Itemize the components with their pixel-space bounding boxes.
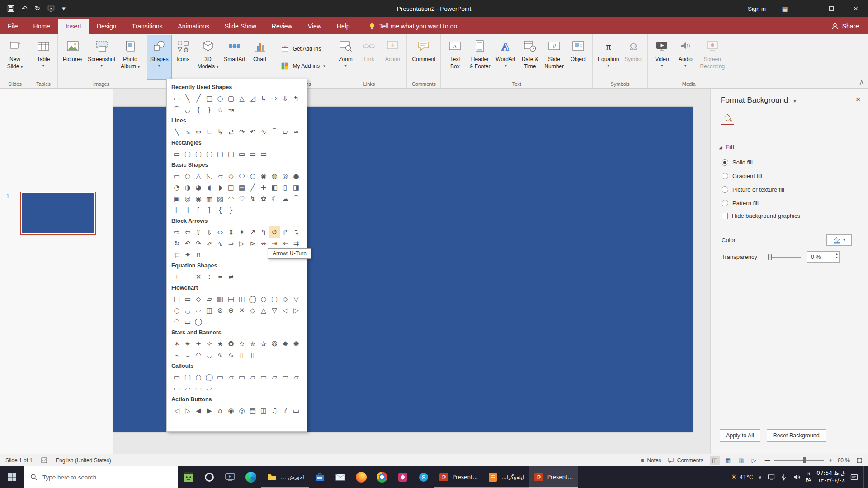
shape-cell[interactable]: ▷ [236, 238, 247, 249]
radio-icon[interactable] [722, 186, 728, 193]
taskbar-app-media-player[interactable] [220, 466, 241, 488]
taskbar-window-ppt[interactable]: PPresent... [434, 466, 483, 488]
shape-cell[interactable]: ◗ [215, 182, 226, 193]
shape-cell[interactable]: ≈ [291, 126, 302, 137]
shape-cell[interactable]: ∿ [258, 126, 269, 137]
shape-cell[interactable]: ↗ [247, 226, 258, 238]
shape-cell[interactable]: ⇨ [269, 93, 280, 104]
close-button[interactable]: ✕ [844, 0, 868, 17]
taskbar-app-store[interactable] [309, 466, 330, 488]
shape-cell[interactable]: ◉ [258, 170, 269, 182]
zoom-out-icon[interactable]: — [765, 457, 770, 464]
shape-cell[interactable]: ◯ [204, 371, 215, 383]
shape-cell[interactable]: ▤ [226, 293, 236, 305]
shape-cell[interactable]: ▣ [171, 193, 182, 204]
ribbon-button-pictures[interactable]: Pictures [60, 35, 85, 79]
shape-cell[interactable]: ◫ [236, 293, 247, 305]
shape-cell[interactable]: ○ [171, 305, 182, 316]
shape-cell[interactable]: ⇏ [258, 238, 269, 249]
tell-me-box[interactable]: Tell me what you want to do [362, 19, 464, 34]
shape-cell[interactable]: ↰ [291, 93, 302, 104]
shape-cell[interactable]: ▽ [269, 305, 280, 316]
fill-option-gradient-fill[interactable]: Gradient fill [711, 169, 868, 183]
shape-cell[interactable]: ✴ [182, 338, 193, 349]
shape-cell[interactable]: ✫ [236, 338, 247, 349]
reset-background-button[interactable]: Reset Background [767, 429, 826, 442]
spinner-icons[interactable]: ▲▼ [835, 252, 838, 260]
ribbon-button-photo-album[interactable]: PhotoAlbum ▾ [118, 35, 142, 79]
ribbon-button-link[interactable]: Link [357, 35, 381, 79]
shape-cell[interactable]: ▢ [182, 148, 193, 160]
shape-cell[interactable]: ▢ [226, 148, 236, 160]
taskbar-app-chrome[interactable] [372, 466, 392, 488]
transparency-value-field[interactable]: 0 % ▲▼ [807, 251, 840, 263]
shape-cell[interactable]: ◡ [204, 349, 215, 361]
shape-cell[interactable]: ∿ [215, 349, 226, 361]
shape-cell[interactable]: ◺ [204, 170, 215, 182]
ribbon-display-options-icon[interactable]: ▦ [775, 0, 795, 17]
ribbon-button-text-box[interactable]: ATextBox [443, 35, 467, 79]
shape-cell[interactable]: ▭ [171, 383, 182, 394]
shape-cell[interactable]: ⌢ [171, 349, 182, 361]
ribbon-button-slide-number[interactable]: #SlideNumber [542, 35, 566, 79]
view-button-slide-sorter[interactable]: ▦ [723, 456, 733, 465]
shape-cell[interactable]: ◉ [226, 405, 236, 416]
shape-cell[interactable]: ◎ [182, 193, 193, 204]
shape-cell[interactable]: ⌒ [269, 126, 280, 137]
taskbar-app-firefox[interactable] [351, 466, 372, 488]
ribbon-button-icons[interactable]: Icons [171, 35, 195, 79]
taskbar-app-mail[interactable] [330, 466, 351, 488]
shape-cell[interactable]: ✺ [291, 338, 302, 349]
hide-background-graphics-checkbox[interactable]: Hide background graphics [722, 212, 800, 219]
shape-cell[interactable]: ▢ [204, 148, 215, 160]
shape-cell[interactable]: ↯ [247, 193, 258, 204]
shape-cell[interactable]: ◇ [193, 293, 204, 305]
shape-cell[interactable]: ○ [182, 170, 193, 182]
shape-cell[interactable]: ▱ [182, 383, 193, 394]
ribbon-button-action[interactable]: Action [381, 35, 404, 79]
shape-cell[interactable]: ▭ [193, 383, 204, 394]
shape-cell[interactable]: ▱ [215, 170, 226, 182]
radio-icon[interactable] [722, 173, 728, 179]
taskbar-window-folder[interactable]: ... آموزش [261, 466, 309, 488]
shape-cell[interactable]: ╲ [171, 126, 182, 137]
shape-cell[interactable]: ◁ [171, 405, 182, 416]
shape-cell[interactable]: ☆ [215, 104, 226, 115]
shape-cell[interactable]: ◑ [182, 182, 193, 193]
language-tray-indicator[interactable]: فاFA [806, 471, 811, 483]
shape-cell[interactable]: ▱ [269, 371, 280, 383]
tab-home[interactable]: Home [26, 19, 58, 34]
shape-cell[interactable]: ○ [247, 170, 258, 182]
undo-icon[interactable]: ↶ [22, 5, 28, 13]
sign-in-button[interactable]: Sign in [739, 5, 775, 12]
hidden-icons-chevron[interactable]: ∧ [758, 474, 762, 480]
shape-cell[interactable]: ◠ [193, 349, 204, 361]
shape-cell[interactable]: ∿ [226, 349, 236, 361]
ribbon-button-zoom[interactable]: Zoom▾ [334, 35, 357, 79]
shape-cell[interactable]: ▭ [258, 148, 269, 160]
tab-file[interactable]: File [0, 19, 26, 34]
shape-cell[interactable]: ◕ [193, 182, 204, 193]
ribbon-button-3d-models[interactable]: 3DModels ▾ [195, 35, 222, 79]
fit-to-window-icon[interactable] [856, 457, 863, 464]
shape-cell[interactable]: ⇥ [269, 238, 280, 249]
shape-cell[interactable]: ⌋ [182, 204, 193, 216]
ribbon-button-equation[interactable]: πEquation▾ [595, 35, 622, 79]
taskbar-app-avatar[interactable] [178, 466, 199, 488]
fill-option-pattern-fill[interactable]: Pattern fill [711, 196, 868, 210]
shape-cell[interactable]: ◖ [204, 182, 215, 193]
taskbar-app-opera[interactable] [199, 466, 220, 488]
shape-cell[interactable]: ▱ [193, 305, 204, 316]
weather-widget[interactable]: ☀41°C [731, 473, 753, 481]
ribbon-button-date-time[interactable]: Date &Time [518, 35, 542, 79]
shape-cell[interactable]: ▤ [236, 182, 247, 193]
taskbar-app-app-red[interactable] [392, 466, 413, 488]
shape-cell[interactable]: ▭ [171, 170, 182, 182]
shape-cell[interactable]: ↷ [193, 238, 204, 249]
shape-cell[interactable]: ↶ [182, 238, 193, 249]
shape-cell[interactable]: ? [280, 405, 291, 416]
minimize-button[interactable]: — [795, 0, 819, 17]
shape-cell[interactable]: ⌉ [204, 204, 215, 216]
taskbar-app-edge[interactable] [241, 466, 261, 488]
shape-cell[interactable]: ✶ [171, 338, 182, 349]
